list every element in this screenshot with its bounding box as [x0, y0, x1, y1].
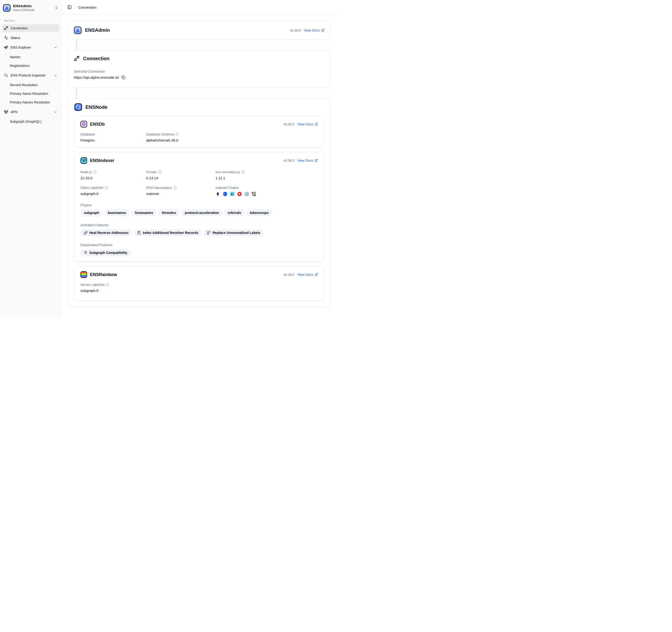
database-plus-icon	[137, 231, 141, 235]
sidebar: ENSAdmin Select ENSNode Services Connect…	[0, 0, 62, 316]
field-ponder: Ponder 0.13.14	[146, 170, 215, 180]
chain-icon-optimism	[237, 192, 242, 196]
external-link-icon	[315, 273, 318, 276]
plugin-badge: lineanames	[131, 209, 157, 216]
indexed-chains-row	[215, 192, 318, 196]
chain-icon-linea	[230, 192, 235, 196]
info-icon[interactable]	[241, 170, 245, 174]
deactivated-features-row: Subgraph Compatibility	[80, 249, 318, 256]
deactivated-features-label: Deactivated Features	[80, 243, 318, 247]
sidebar-item-label: Status	[10, 36, 20, 40]
ensdb-card-title: ENSDb	[90, 122, 105, 127]
ensadmin-logo-icon	[3, 4, 10, 12]
ensindexer-card: ENSIndexer v0.36.0 View Docs Node.js	[74, 152, 324, 261]
connection-card: Connection Selected Connection https://a…	[68, 50, 331, 88]
connection-card-title: Connection	[83, 56, 110, 62]
plugin-badge: basenames	[104, 209, 129, 216]
topbar-divider	[75, 5, 75, 9]
sidebar-item-registrations[interactable]: Registrations	[6, 62, 59, 70]
ensnode-selector[interactable]: ENSAdmin Select ENSNode	[2, 3, 59, 13]
selected-connection-label: Selected Connection	[74, 70, 325, 73]
sidebar-item-subgraph-graphql[interactable]: Subgraph (GraphQL)	[6, 118, 59, 125]
plugin-badge: referrals	[224, 209, 244, 216]
sidebar-item-connection[interactable]: Connection	[2, 24, 59, 32]
unplug-icon	[4, 26, 8, 30]
field-indexed-chains: Indexed Chains	[215, 186, 318, 196]
connection-url: https://api.alpha.ensnode.io/	[74, 75, 119, 79]
sidebar-item-label: ENS Protocol Inspector	[10, 73, 46, 77]
sidebar-item-label: Subgraph (GraphQL)	[10, 120, 42, 123]
sidebar-item-primary-name-resolution[interactable]: Primary Name Resolution	[6, 90, 59, 97]
chevron-down-icon	[54, 74, 57, 77]
sidebar-toggle-button[interactable]	[67, 5, 72, 9]
version-text: v0.36.0	[283, 159, 294, 163]
field-client-labelset: Client LabelSet subgraph:0	[80, 186, 146, 196]
sidebar-item-names[interactable]: Names	[6, 53, 59, 61]
info-icon[interactable]	[175, 132, 178, 136]
sidebar-item-label: APIs	[10, 110, 18, 114]
sidebar-item-primary-names-resolution[interactable]: Primary Names Resolution	[6, 98, 59, 106]
telescope-icon	[4, 45, 8, 50]
info-icon[interactable]	[173, 186, 177, 189]
panel-left-icon	[67, 5, 72, 9]
ensadmin-card-title: ENSAdmin	[85, 27, 110, 33]
info-icon[interactable]	[159, 170, 162, 174]
chain-icon-arbitrum	[244, 192, 249, 196]
view-docs-link[interactable]: View Docs	[304, 28, 325, 32]
ensindexer-logo-icon	[80, 157, 87, 164]
plugin-badge: tokenscope	[246, 209, 272, 216]
info-icon[interactable]	[105, 186, 108, 189]
view-docs-label: View Docs	[297, 159, 313, 163]
sidebar-item-label: ENS Explorer	[10, 46, 31, 49]
sidebar-item-record-resolution[interactable]: Record Resolution	[6, 81, 59, 89]
chain-icon-scroll	[251, 192, 256, 196]
sidebar-item-ens-protocol-inspector[interactable]: ENS Protocol Inspector	[2, 71, 59, 79]
activated-features-label: Activated Features	[80, 223, 318, 227]
ensindexer-card-title: ENSIndexer	[90, 158, 114, 163]
version-text: v0.36.0	[283, 122, 294, 126]
field-server-labelset: Server LabelSet subgraph:0	[80, 283, 146, 293]
view-docs-label: View Docs	[297, 122, 313, 126]
subgraph-icon	[84, 251, 88, 254]
ens-explorer-submenu: Names Registrations	[5, 53, 59, 70]
field-database-schema: Database Schema alphaSchema0.36.0	[146, 132, 215, 142]
external-link-icon	[315, 122, 318, 126]
view-docs-link[interactable]: View Docs	[297, 273, 318, 276]
feature-badge-subgraph-compatibility: Subgraph Compatibility	[80, 249, 131, 256]
sidebar-item-apis[interactable]: APIs	[2, 108, 59, 116]
card-connector-dashed-line	[76, 40, 77, 50]
replace-icon	[207, 231, 211, 235]
sidebar-item-status[interactable]: Status	[2, 34, 59, 42]
sidebar-section-label: Services	[2, 19, 59, 22]
sidebar-item-label: Primary Names Resolution	[10, 100, 50, 104]
version-text: v0.36.0	[290, 28, 301, 32]
field-nodejs: Node.js 22.20.0	[80, 170, 146, 180]
chain-icon-ethereum	[215, 192, 220, 196]
radio-tower-icon	[4, 110, 8, 114]
plugin-badge: threedns	[159, 209, 179, 216]
content: ENSAdmin v0.36.0 View Docs Connection	[62, 15, 336, 307]
external-link-icon	[315, 159, 318, 162]
ensnode-card: ENSNode ENSDb v0.36.0	[68, 98, 331, 307]
info-icon[interactable]	[106, 283, 109, 286]
info-icon[interactable]	[93, 170, 97, 174]
sidebar-item-label: Registrations	[10, 64, 30, 68]
view-docs-label: View Docs	[297, 273, 313, 276]
ensnode-card-title: ENSNode	[86, 104, 107, 110]
activated-features-row: Heal Reverse Addresses Index Additional …	[80, 229, 318, 236]
copy-icon	[122, 76, 125, 79]
ensadmin-logo-icon	[74, 26, 81, 34]
plugins-row: subgraph basenames lineanames threedns p…	[80, 209, 318, 216]
copy-url-button[interactable]	[122, 76, 125, 79]
pill-icon	[84, 231, 88, 235]
view-docs-link[interactable]: View Docs	[297, 159, 318, 163]
chain-icon-base	[223, 192, 227, 196]
view-docs-label: View Docs	[304, 28, 320, 32]
ensnode-logo-icon	[74, 103, 82, 111]
plugin-badge: subgraph	[80, 209, 102, 216]
view-docs-link[interactable]: View Docs	[297, 122, 318, 126]
sidebar-item-label: Record Resolution	[10, 83, 38, 87]
ensdb-card: ENSDb v0.36.0 View Docs Database	[74, 116, 324, 147]
sidebar-item-ens-explorer[interactable]: ENS Explorer	[2, 44, 59, 51]
field-database: Database Postgres	[80, 132, 146, 142]
